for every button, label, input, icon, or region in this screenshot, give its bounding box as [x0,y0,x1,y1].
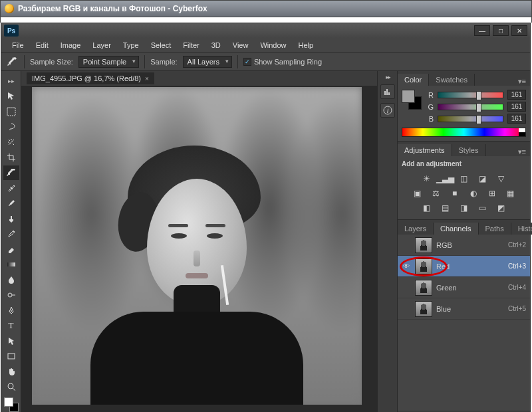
gradient-tool[interactable] [3,257,19,272]
clone-stamp-tool[interactable] [3,211,19,226]
r-value[interactable]: 161 [507,90,526,100]
move-tool[interactable] [3,89,19,104]
path-selection-tool[interactable] [3,334,19,348]
tab-adjustments[interactable]: Adjustments [398,144,452,156]
menu-file[interactable]: File [7,40,29,51]
blur-tool[interactable] [3,272,19,287]
maximize-button[interactable]: □ [493,25,509,36]
menu-filter[interactable]: Filter [178,40,204,51]
posterize-icon[interactable]: ▤ [440,203,452,213]
selective-color-icon[interactable]: ◩ [495,203,507,213]
hand-tool[interactable] [3,364,19,379]
tab-channels[interactable]: Channels [434,223,478,235]
menu-3d[interactable]: 3D [206,40,226,51]
gradient-map-icon[interactable]: ▭ [477,203,489,213]
color-lookup-icon[interactable]: ▦ [505,188,517,199]
tab-styles[interactable]: Styles [452,144,486,156]
healing-brush-tool[interactable] [3,181,19,195]
info-panel-icon[interactable]: i [380,103,395,118]
menu-type[interactable]: Type [118,40,144,51]
dodge-tool[interactable] [3,288,19,302]
channel-shortcut: Ctrl+2 [508,241,526,249]
color-spectrum[interactable] [402,128,526,137]
channels-list-wrap: RGB Ctrl+2 Red Ctrl+3 Green [398,235,530,411]
lasso-tool[interactable] [3,120,19,134]
eyedropper-tool[interactable] [3,165,19,180]
tab-swatches[interactable]: Swatches [429,74,475,86]
threshold-icon[interactable]: ◨ [458,203,470,213]
channel-mixer-icon[interactable]: ⊞ [486,188,498,199]
color-panel-menu-icon[interactable]: ▾≡ [514,77,530,86]
brightness-contrast-icon[interactable]: ☀ [421,173,433,184]
black-white-icon[interactable]: ■ [449,188,461,199]
channel-row-red[interactable]: Red Ctrl+3 [398,256,530,277]
b-slider[interactable] [438,116,503,122]
collapse-toolbar-icon[interactable]: ▸▸ [3,74,19,88]
r-slider-knob[interactable] [476,91,481,100]
tools-panel: ▸▸ T [1,71,21,412]
channel-row-rgb[interactable]: RGB Ctrl+2 [398,235,530,256]
zoom-tool[interactable] [3,379,19,394]
foreground-swatch[interactable] [402,90,415,103]
menu-edit[interactable]: Edit [31,40,54,51]
b-slider-knob[interactable] [476,115,481,124]
marquee-tool[interactable] [3,104,19,119]
magic-wand-tool[interactable] [3,135,19,150]
sample-size-dropdown[interactable]: Point Sample [78,56,139,68]
menu-window[interactable]: Window [255,40,291,51]
tab-history[interactable]: History [511,223,532,235]
sample-dropdown[interactable]: All Layers [183,56,232,68]
r-slider[interactable] [438,92,503,98]
menu-layer[interactable]: Layer [87,40,116,51]
g-value[interactable]: 161 [507,102,526,112]
tab-layers[interactable]: Layers [398,223,434,235]
photo-filter-icon[interactable]: ◐ [467,188,479,199]
channel-row-blue[interactable]: Blue Ctrl+5 [398,298,530,320]
minimize-button[interactable]: — [474,25,490,36]
b-value[interactable]: 161 [507,114,526,124]
history-brush-tool[interactable] [3,227,19,241]
invert-icon[interactable]: ◧ [421,203,433,213]
tab-color[interactable]: Color [398,74,429,86]
rectangle-tool[interactable] [3,349,19,363]
eyedropper-tool-icon[interactable] [5,55,19,68]
color-balance-icon[interactable]: ⚖ [430,188,442,199]
menu-select[interactable]: Select [146,40,177,51]
svg-point-2 [8,293,12,297]
menu-help[interactable]: Help [293,40,319,51]
adjustments-row-1: ☀ ▁▃▅ ◫ ◪ ▽ [402,171,526,186]
type-tool[interactable]: T [3,318,19,333]
menu-image[interactable]: Image [55,40,86,51]
document-tab[interactable]: IMG_4955.JPG @ 16,7% (Red/8) × [27,72,154,84]
curves-icon[interactable]: ◫ [458,173,470,184]
brush-tool[interactable] [3,196,19,211]
close-document-icon[interactable]: × [145,75,149,82]
visibility-toggle[interactable] [402,262,411,271]
visibility-toggle[interactable] [402,283,411,292]
histogram-panel-icon[interactable] [380,84,395,99]
canvas[interactable] [32,87,362,405]
crop-tool[interactable] [3,150,19,165]
hue-saturation-icon[interactable]: ▣ [412,188,424,199]
pen-tool[interactable] [3,303,19,318]
expand-panels-icon[interactable]: ▸▸ [386,74,390,80]
g-slider-knob[interactable] [476,103,481,112]
channel-row-green[interactable]: Green Ctrl+4 [398,277,530,298]
color-swatch-pair[interactable] [402,90,422,110]
tab-paths[interactable]: Paths [479,223,511,235]
menu-view[interactable]: View [227,40,254,51]
visibility-toggle[interactable] [402,241,411,250]
g-slider[interactable] [438,104,503,110]
foreground-color-swatch[interactable] [4,397,13,407]
b-slider-row: B 161 [427,114,526,124]
exposure-icon[interactable]: ◪ [477,173,489,184]
foreground-background-colors[interactable] [4,397,19,412]
levels-icon[interactable]: ▁▃▅ [440,173,452,184]
adjustments-panel-menu-icon[interactable]: ▾≡ [514,148,530,156]
eraser-tool[interactable] [3,242,19,257]
vibrance-icon[interactable]: ▽ [495,173,507,184]
close-window-button[interactable]: ✕ [511,25,527,36]
canvas-wrap [21,86,377,412]
visibility-toggle[interactable] [402,304,411,314]
show-sampling-ring-checkbox[interactable]: ✓ Show Sampling Ring [243,58,322,66]
